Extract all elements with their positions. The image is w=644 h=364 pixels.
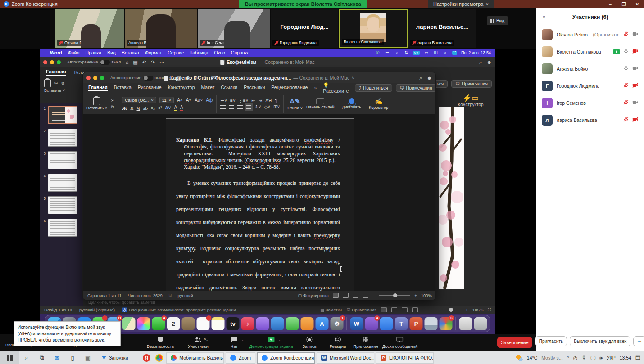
word-zoom-slider[interactable] bbox=[379, 295, 410, 296]
slide-sorter-icon[interactable] bbox=[391, 307, 397, 312]
panel-button-0[interactable]: Пригласить bbox=[535, 336, 567, 346]
grow-font-button[interactable]: A˄ bbox=[177, 98, 183, 103]
slide-thumbnail[interactable]: 5 bbox=[41, 196, 82, 214]
ppt-zoom-slider[interactable] bbox=[429, 310, 461, 310]
word-tab[interactable]: Главная bbox=[88, 85, 108, 91]
bullets-button[interactable]: ☰˅ bbox=[220, 98, 227, 103]
minimize-traffic-light[interactable] bbox=[50, 60, 54, 64]
photobooth-icon[interactable] bbox=[182, 317, 195, 330]
reading-view-icon[interactable] bbox=[402, 307, 408, 312]
taskbar-word-icon[interactable]: ▣ bbox=[80, 351, 95, 364]
keynote-icon[interactable] bbox=[271, 317, 284, 330]
control-people[interactable]: 6^ Участники bbox=[188, 335, 208, 350]
control-board[interactable]: Доски сообщений bbox=[382, 335, 417, 350]
mac-menu-item[interactable]: Таблица bbox=[190, 50, 208, 55]
numbers-icon[interactable] bbox=[286, 317, 299, 330]
clear-formatting-button[interactable]: Аф bbox=[206, 98, 213, 103]
calendar-icon[interactable]: 2 bbox=[167, 317, 180, 330]
paste-button[interactable]: Вставить ˅ bbox=[86, 97, 107, 110]
borders-button[interactable]: ⊞˅ bbox=[273, 104, 280, 109]
normal-view-icon[interactable] bbox=[381, 307, 387, 312]
mac-app-menu[interactable]: Word bbox=[50, 50, 62, 55]
align-center-button[interactable] bbox=[229, 105, 234, 109]
gallery-view-button[interactable]: Вид bbox=[487, 16, 508, 25]
music-icon[interactable]: ♪ bbox=[241, 317, 254, 330]
word-tab[interactable]: Конструктор bbox=[168, 85, 195, 91]
font-name-select[interactable]: Calibri (Ос... ˅ bbox=[122, 97, 156, 103]
mac-menu-item[interactable]: Вставка bbox=[122, 50, 139, 55]
language-indicator[interactable]: УКР bbox=[607, 355, 616, 360]
underline-button[interactable]: Ч bbox=[137, 105, 140, 111]
appletv-icon[interactable]: tv bbox=[227, 317, 240, 330]
trash-icon[interactable] bbox=[474, 317, 487, 330]
minimize-traffic-light[interactable] bbox=[93, 76, 97, 80]
taskbar-window-button[interactable]: PЕКОЛОГІЧНА ФІЛО... bbox=[376, 352, 434, 364]
participant-row[interactable]: Г Городнюк Людмила bbox=[536, 77, 644, 94]
editor-button[interactable]: ✍ Корректор bbox=[369, 98, 388, 110]
align-left-button[interactable] bbox=[220, 105, 226, 109]
notification-center-icon[interactable]: 🗔 bbox=[635, 355, 640, 360]
word-share-button[interactable]: ⤴ Поделиться bbox=[355, 84, 392, 92]
redo-icon[interactable]: ↷ bbox=[150, 59, 156, 65]
slide-thumbnail[interactable]: 1 bbox=[41, 106, 82, 124]
tell-me-tab[interactable]: 💡 Расскажите bbox=[323, 82, 349, 94]
weather-icon[interactable] bbox=[516, 355, 523, 361]
word-tab[interactable]: Макет bbox=[201, 85, 215, 91]
downloads-toolbar[interactable]: Загрузки bbox=[95, 355, 134, 360]
video-tile[interactable]: Ігор Семенов bbox=[198, 9, 270, 48]
hidden-icons-chevron[interactable]: ^ bbox=[567, 355, 569, 360]
ppt-language[interactable]: русский (Украина) bbox=[79, 307, 115, 312]
clock[interactable]: 13:54 bbox=[620, 355, 631, 360]
slideshow-icon[interactable] bbox=[412, 307, 418, 312]
taskbar-window-button[interactable]: Мобільність Василь... bbox=[166, 352, 224, 364]
mac-menu-item[interactable]: Сервис bbox=[168, 50, 184, 55]
control-share[interactable]: ^ Демонстрация экрана bbox=[249, 335, 293, 350]
taskbar-phone-icon[interactable]: ▯ bbox=[65, 351, 80, 364]
search-icon[interactable]: ⌕ bbox=[479, 59, 482, 65]
highlight-color-button[interactable]: А bbox=[174, 105, 177, 111]
panel-button-1[interactable]: Выключить звук для всех bbox=[570, 336, 630, 346]
word-tab[interactable]: Рассылки bbox=[244, 85, 265, 91]
wifi-icon[interactable]: 〣 bbox=[433, 50, 439, 55]
viber-icon[interactable]: 4 bbox=[365, 317, 378, 330]
slide-thumbnail[interactable]: 3 bbox=[41, 151, 82, 169]
panel-button-2[interactable]: ⋯ bbox=[633, 336, 644, 346]
ppt-paste-group[interactable]: ✂ ⧉ Вставить ˅ bbox=[44, 79, 83, 93]
cut-button[interactable]: ✂ bbox=[111, 98, 114, 103]
italic-button[interactable]: К bbox=[130, 105, 133, 111]
tray-mic-icon[interactable]: 🎙 bbox=[581, 355, 586, 360]
focus-mode-toggle[interactable]: ▢ Фокусировка bbox=[298, 293, 328, 298]
spotlight-icon[interactable]: ⌕ bbox=[443, 50, 448, 55]
slide-thumbnail[interactable]: 4 bbox=[41, 174, 82, 192]
share-user-icon[interactable]: ☻ bbox=[426, 75, 432, 81]
video-tile[interactable]: Віолетта Світлакова bbox=[339, 9, 408, 48]
collapse-panel-icon[interactable]: ˅ bbox=[543, 15, 545, 20]
search-icon[interactable]: ⌕ bbox=[419, 75, 422, 81]
text-effects-button[interactable]: A˅ bbox=[165, 105, 171, 110]
video-tile[interactable]: Анжела Бойко bbox=[125, 9, 197, 48]
taskbar-window-button[interactable]: WMicrosoft Word Doc... bbox=[317, 352, 374, 364]
mac-menu-item[interactable]: Формат bbox=[145, 50, 162, 55]
reminders-icon[interactable] bbox=[197, 317, 210, 330]
word-language[interactable]: русский bbox=[178, 293, 193, 298]
document-area[interactable]: Карпенко К.І. Філософські засади академі… bbox=[83, 114, 436, 291]
sort-button[interactable]: АЯ bbox=[265, 98, 272, 103]
mac-menu-item[interactable]: Окно bbox=[214, 50, 225, 55]
word-autosave-toggle[interactable]: Автосохранениевыкл. bbox=[110, 76, 165, 81]
participant-row[interactable]: л лариса Васильєва bbox=[536, 112, 644, 129]
slide-thumbnail[interactable]: 6 bbox=[41, 219, 82, 237]
copy-icon[interactable]: ⧉ bbox=[62, 81, 64, 86]
weather-text[interactable]: Mostly s... bbox=[541, 355, 562, 360]
page-counter[interactable]: Страница 1 из 11 bbox=[87, 293, 122, 298]
end-meeting-button[interactable]: Завершение bbox=[497, 337, 532, 348]
display-icon[interactable]: 🖵 bbox=[590, 355, 595, 361]
mac-menu-item[interactable]: Вид bbox=[107, 50, 116, 55]
settings-icon[interactable]: ⚙1 bbox=[331, 317, 344, 330]
ribbon-overflow-icon[interactable]: » bbox=[314, 85, 317, 90]
font-size-select[interactable]: 11 ˅ bbox=[159, 97, 174, 103]
line-spacing-button[interactable]: ⇕˅ bbox=[254, 104, 261, 109]
notes-placeholder[interactable]: Щелкните, чтобы добавить заметки bbox=[88, 300, 155, 305]
designer-button[interactable]: ⚡▭ Конструктор bbox=[450, 94, 491, 107]
word-tab[interactable]: Рецензирование bbox=[271, 85, 308, 91]
podcasts-icon[interactable] bbox=[256, 317, 269, 330]
